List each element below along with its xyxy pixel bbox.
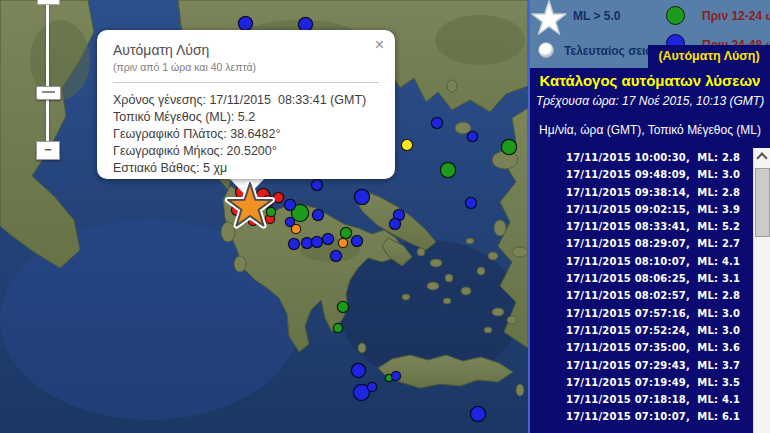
catalog-row[interactable]: 17/11/2015 08:02:57, ML: 2.8 [530,287,751,304]
blue-earthquake-marker[interactable] [322,233,334,245]
blue-earthquake-marker[interactable] [351,235,363,247]
catalog-row[interactable]: 17/11/2015 09:02:15, ML: 3.9 [530,201,751,218]
catalog-row[interactable]: 17/11/2015 10:00:30, ML: 2.8 [530,149,751,166]
blue-earthquake-marker[interactable] [351,363,366,378]
green-earthquake-marker[interactable] [333,323,343,333]
legend-label-12-24h: Πριν 12-24 ώρες [702,9,770,23]
popup-detail-line: Τοπικό Μέγεθος (ML): 5.2 [113,109,379,126]
catalog-list: 17/11/2015 10:00:30, ML: 2.817/11/2015 0… [530,149,751,433]
blue-earthquake-marker[interactable] [367,382,377,392]
scrollbar-up-arrow-icon[interactable] [754,148,770,164]
solution-type-label: (Αυτόματη Λύση) [648,45,770,68]
blue-earthquake-marker[interactable] [238,16,253,31]
scrollbar-thumb[interactable] [755,168,770,237]
blue-earthquake-marker[interactable] [391,371,401,381]
catalog-row[interactable]: 17/11/2015 08:10:07, ML: 4.1 [530,253,751,270]
popup-title: Αυτόματη Λύση [113,42,379,58]
blue-earthquake-marker[interactable] [354,189,370,205]
catalog-row[interactable]: 17/11/2015 07:29:43, ML: 3.7 [530,357,751,374]
blue-earthquake-marker[interactable] [470,406,486,422]
blue-earthquake-marker[interactable] [284,199,296,211]
blue-earthquake-marker[interactable] [465,197,477,209]
catalog-row[interactable]: 17/11/2015 09:38:14, ML: 2.8 [530,184,751,201]
catalog-sidebar: ML > 5.0 Τελευταίος σεισμός Πριν 12-24 ώ… [528,0,770,433]
catalog-columns-header: Ημ/νία, ώρα (GMT), Τοπικό Μέγεθος (ML) [530,123,770,137]
zoom-out-button[interactable]: − [36,141,60,160]
blue-earthquake-marker[interactable] [312,209,324,221]
zoom-slider-track[interactable] [46,0,49,152]
green-earthquake-marker[interactable] [440,162,456,178]
catalog-row[interactable]: 17/11/2015 09:48:09, ML: 3.0 [530,166,751,183]
popup-detail-line: Εστιακό Βάθος: 5 χμ [113,160,379,177]
green-circle-icon [666,6,685,25]
catalog-row[interactable]: 17/11/2015 07:52:24, ML: 3.0 [530,322,751,339]
catalog-row[interactable]: 17/11/2015 07:10:07, ML: 6.1 [530,408,751,425]
popup-subtitle: (πριν από 1 ώρα και 40 λεπτά) [113,61,379,73]
popup-detail-line: Χρόνος γένεσης: 17/11/2015 08:33:41 (GMT… [113,92,379,109]
map-legend: ML > 5.0 Τελευταίος σεισμός Πριν 12-24 ώ… [530,0,770,68]
green-earthquake-marker[interactable] [501,139,517,155]
blue-earthquake-marker[interactable] [330,250,342,262]
yellow-earthquake-marker[interactable] [401,139,413,151]
popup-detail-line: Γεωγραφικό Πλάτος: 38.6482° [113,126,379,143]
green-earthquake-marker[interactable] [337,301,349,313]
blue-earthquake-marker[interactable] [431,117,443,129]
catalog-title: Κατάλογος αυτόματων λύσεων [530,72,770,89]
catalog-row[interactable]: 17/11/2015 08:29:07, ML: 2.7 [530,235,751,252]
zoom-slider-handle[interactable] [36,86,61,100]
catalog-row[interactable]: 17/11/2015 07:18:18, ML: 4.1 [530,391,751,408]
catalog-row[interactable]: 17/11/2015 07:19:49, ML: 3.5 [530,374,751,391]
catalog-row[interactable]: 17/11/2015 07:57:16, ML: 3.0 [530,305,751,322]
popup-divider [113,82,379,83]
popup-detail-line: Γεωγραφικό Μήκος: 20.5200° [113,143,379,160]
satellite-map[interactable]: − × Αυτόματη Λύση (πριν από 1 ώρα και 40… [0,0,528,433]
catalog-current-time: Τρέχουσα ώρα: 17 Νοέ 2015, 10:13 (GMT) [530,94,770,108]
legend-label-ml5: ML > 5.0 [573,9,620,23]
blue-earthquake-marker[interactable] [311,179,323,191]
earthquake-monitor-page: − × Αυτόματη Λύση (πριν από 1 ώρα και 40… [0,0,770,433]
catalog-row[interactable]: 17/11/2015 08:33:41, ML: 5.2 [530,218,751,235]
map-zoom-control: − [33,0,61,162]
close-icon[interactable]: × [375,37,384,53]
auto-solution-popup: × Αυτόματη Λύση (πριν από 1 ώρα και 40 λ… [97,30,395,179]
epicenter-star-icon[interactable] [225,182,275,230]
blue-earthquake-marker[interactable] [467,131,478,142]
orange-earthquake-marker[interactable] [291,224,301,234]
white-circle-icon [538,42,554,58]
catalog-scrollbar[interactable] [753,148,770,433]
blue-earthquake-marker[interactable] [288,238,300,250]
star-icon [530,0,568,38]
blue-earthquake-marker[interactable] [389,218,401,230]
orange-earthquake-marker[interactable] [338,238,348,248]
catalog-row[interactable]: 17/11/2015 08:06:25, ML: 3.1 [530,270,751,287]
zoom-in-button-partial[interactable] [37,0,60,5]
catalog-row[interactable]: 17/11/2015 07:35:00, ML: 3.6 [530,339,751,356]
